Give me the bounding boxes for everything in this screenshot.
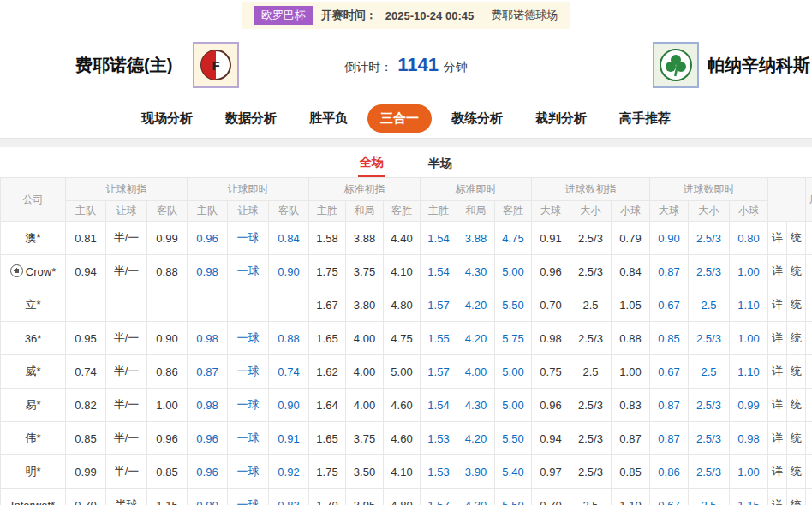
subcol-header: 让球 xyxy=(106,201,147,222)
odds-value: 0.85 xyxy=(66,422,106,455)
odds-value: 1.57 xyxy=(421,288,457,322)
odds-value: 0.85 xyxy=(147,455,188,489)
odds-value: 0.83 xyxy=(612,389,650,422)
stats-link[interactable]: 统 xyxy=(787,288,806,322)
stats-link[interactable]: 统 xyxy=(787,355,806,389)
subcol-header: 主队 xyxy=(188,201,228,222)
odds-value: 0.90 xyxy=(269,255,309,288)
odds-value: 2.5/3 xyxy=(570,422,612,455)
odds-value: 2.5/3 xyxy=(689,255,730,288)
company-label: 36* xyxy=(25,332,42,345)
odds-value: 0.85 xyxy=(612,455,650,489)
subcol-header: 小球 xyxy=(730,201,768,222)
kickoff-time: 2025-10-24 00:45 xyxy=(385,9,474,22)
company-label: 澳* xyxy=(25,231,40,244)
odds-value: 半球 xyxy=(106,489,147,505)
nav-item-live-analysis[interactable]: 现场分析 xyxy=(128,104,206,133)
nav-item-data-analysis[interactable]: 数据分析 xyxy=(212,104,290,133)
nav-item-expert-picks[interactable]: 高手推荐 xyxy=(606,104,684,133)
stats-link[interactable]: 统 xyxy=(787,455,806,489)
odds-value: 半/一 xyxy=(106,455,147,489)
col-header-goals-initial: 进球数初指 xyxy=(532,178,650,201)
detail-link[interactable]: 详 xyxy=(768,222,787,255)
clipped-cell xyxy=(806,355,812,389)
countdown-label: 倒计时： xyxy=(344,60,392,75)
company-label: 明* xyxy=(25,465,40,478)
stats-link[interactable]: 统 xyxy=(787,322,806,355)
clipped-cell xyxy=(806,322,812,355)
nav-item-win-draw-lose[interactable]: 胜平负 xyxy=(296,104,361,133)
away-team-group: 帕纳辛纳科斯 xyxy=(653,42,810,88)
odds-value xyxy=(147,288,188,322)
odds-value: 一球 xyxy=(228,222,269,255)
clipped-cell xyxy=(806,255,812,288)
odds-value: 0.90 xyxy=(188,489,228,505)
detail-link[interactable]: 详 xyxy=(768,455,787,489)
odds-table-wrap: 公司 让球初指 让球即时 标准初指 标准即时 进球数初指 进球数即时 历 主队 … xyxy=(0,177,812,505)
col-header-standard-initial: 标准初指 xyxy=(309,178,421,201)
detail-link[interactable]: 详 xyxy=(768,322,787,355)
odds-value: 4.00 xyxy=(346,322,384,355)
odds-value: 0.79 xyxy=(612,222,650,255)
table-row: Crow*0.94半/一0.880.98一球0.901.753.754.101.… xyxy=(1,255,812,288)
company-label: 立* xyxy=(25,298,40,311)
subcol-header: 主胜 xyxy=(421,201,457,222)
detail-link[interactable]: 详 xyxy=(768,489,787,505)
company-name: 明* xyxy=(1,455,66,489)
stats-link[interactable]: 统 xyxy=(787,489,806,505)
table-row: 明*0.99半/一0.850.96一球0.921.753.504.101.533… xyxy=(1,455,812,489)
subcol-header: 大球 xyxy=(650,201,689,222)
odds-value: 4.20 xyxy=(457,422,495,455)
kickoff-label: 开赛时间： xyxy=(321,8,377,23)
odds-value: 1.15 xyxy=(147,489,188,505)
subcol-header: 客队 xyxy=(269,201,309,222)
odds-value: 0.82 xyxy=(66,389,106,422)
odds-value: 1.75 xyxy=(309,455,346,489)
detail-link[interactable]: 详 xyxy=(768,389,787,422)
odds-value: 0.90 xyxy=(269,389,309,422)
odds-value: 3.80 xyxy=(346,288,384,322)
odds-value: 半/一 xyxy=(106,389,147,422)
odds-value: 0.95 xyxy=(66,322,106,355)
detail-link[interactable]: 详 xyxy=(768,355,787,389)
odds-value: 0.96 xyxy=(188,222,228,255)
odds-value: 0.99 xyxy=(147,222,188,255)
odds-value: 2.5/3 xyxy=(570,455,612,489)
odds-value: 0.86 xyxy=(650,455,689,489)
detail-link[interactable]: 详 xyxy=(768,288,787,322)
match-header: 费耶诺德(主) F 倒计时： 1141 分钟 帕纳辛纳科斯 xyxy=(0,31,812,99)
match-info-strip: 欧罗巴杯 开赛时间： 2025-10-24 00:45 费耶诺德球场 xyxy=(242,2,570,29)
odds-value: 一球 xyxy=(228,389,269,422)
stats-link[interactable]: 统 xyxy=(787,389,806,422)
detail-link[interactable]: 详 xyxy=(768,422,787,455)
odds-value: 0.98 xyxy=(532,322,570,355)
stats-link[interactable]: 统 xyxy=(787,222,806,255)
stats-link[interactable]: 统 xyxy=(787,422,806,455)
tab-full-time[interactable]: 全场 xyxy=(358,150,385,177)
odds-value: 0.99 xyxy=(730,389,768,422)
odds-value: 0.88 xyxy=(612,322,650,355)
odds-value: 0.70 xyxy=(532,489,570,505)
detail-link[interactable]: 详 xyxy=(768,255,787,288)
nav-item-referee-analysis[interactable]: 裁判分析 xyxy=(522,104,600,133)
company-name: Interwet* xyxy=(1,489,66,505)
odds-value: 0.70 xyxy=(532,288,570,322)
subcol-header: 客队 xyxy=(147,201,188,222)
nav-item-three-in-one[interactable]: 三合一 xyxy=(367,104,432,133)
panathinaikos-shamrock-icon xyxy=(653,42,699,88)
odds-value: 4.10 xyxy=(384,455,421,489)
col-header-handicap-initial: 让球初指 xyxy=(66,178,188,201)
stats-link[interactable]: 统 xyxy=(787,255,806,288)
odds-value: 3.95 xyxy=(346,489,384,505)
odds-value: 0.92 xyxy=(269,455,309,489)
tab-half-time[interactable]: 半场 xyxy=(427,152,454,177)
odds-value: 3.50 xyxy=(346,455,384,489)
nav-item-coach-analysis[interactable]: 教练分析 xyxy=(439,104,516,133)
odds-value: 4.75 xyxy=(495,222,532,255)
odds-value: 3.75 xyxy=(346,255,384,288)
col-header-standard-live: 标准即时 xyxy=(421,178,532,201)
odds-value: 1.67 xyxy=(309,288,346,322)
table-row: 易*0.82半/一1.000.98一球0.901.644.004.601.544… xyxy=(1,389,812,422)
odds-value: 一球 xyxy=(228,355,269,389)
crown-logo-icon xyxy=(10,264,23,277)
